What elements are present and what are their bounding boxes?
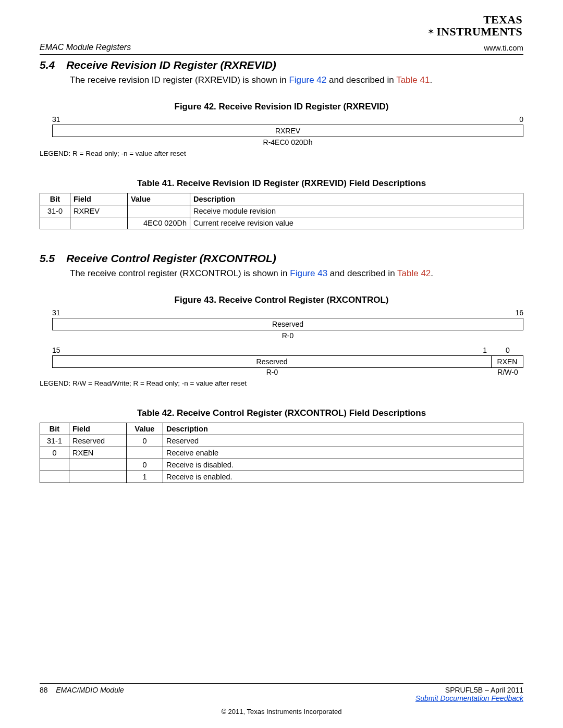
td-bit (40, 459, 69, 471)
td-desc: Receive enable (163, 447, 523, 459)
th-bit: Bit (40, 193, 70, 205)
ti-logo-icon: ✶ (427, 28, 434, 36)
td-field: RXEN (69, 447, 127, 459)
table-42-caption: Table 42. Receive Control Register (RXCO… (40, 408, 523, 418)
figure-43-bits-row2: 15 1 0 (52, 346, 523, 354)
section-5-4-number: 5.4 (40, 59, 55, 71)
td-field (69, 471, 127, 483)
figure-43-row1-field: Reserved (52, 318, 523, 330)
bit-label-15: 15 (52, 346, 60, 354)
td-field: RXREV (70, 205, 128, 217)
para-text: and described in (327, 268, 397, 278)
th-field: Field (70, 193, 128, 205)
footer-module: EMAC/MDIO Module (56, 686, 124, 694)
td-bit: 0 (40, 447, 69, 459)
running-left: EMAC Module Registers (40, 43, 131, 52)
figure-42-link[interactable]: Figure 42 (289, 75, 326, 85)
figure-43-link[interactable]: Figure 43 (290, 268, 327, 278)
figure-43-row1-reset: R-0 (52, 331, 523, 340)
header-rule (40, 54, 523, 55)
brand-line2: INSTRUMENTS (436, 25, 522, 38)
table-41-caption: Table 41. Receive Revision ID Register (… (40, 178, 523, 189)
td-value: 0 (127, 435, 163, 447)
brand-line1: TEXAS (483, 13, 522, 26)
table-41-link[interactable]: Table 41 (396, 75, 430, 85)
legend-text: LEGEND: R = Read only; -n = value after … (40, 150, 186, 157)
td-value (128, 205, 190, 217)
th-value: Value (128, 193, 190, 205)
para-text: and described in (326, 75, 396, 85)
footer-page-number: 88 (40, 686, 48, 694)
section-5-4-heading: 5.4Receive Revision ID Register (RXREVID… (40, 59, 523, 71)
td-desc: Receive is enabled. (163, 471, 523, 483)
section-5-4-title: Receive Revision ID Register (RXREVID) (66, 59, 276, 71)
th-desc: Description (190, 193, 523, 205)
td-value: 0 (127, 459, 163, 471)
td-value: 4EC0 020Dh (128, 217, 190, 229)
td-bit (40, 217, 70, 229)
brand-logo: ✶TEXASINSTRUMENTS (40, 10, 523, 40)
section-5-5-paragraph: The receive control register (RXCONTROL)… (70, 268, 523, 279)
bit-label-0: 0 (519, 115, 523, 124)
table-row: 0 Receive is disabled. (40, 459, 523, 471)
th-value: Value (127, 423, 163, 435)
figure-43-bits-row1: 31 16 (52, 309, 523, 317)
figure-43-caption: Figure 43. Receive Control Register (RXC… (40, 295, 523, 305)
td-field: Reserved (69, 435, 127, 447)
footer-document-id: SPRUFL5B – April 2011 (445, 686, 523, 694)
bit-label-16: 16 (515, 309, 523, 317)
figure-42-legend: LEGEND: R = Read only; -n = value after … (40, 150, 523, 157)
td-bit: 31-0 (40, 205, 70, 217)
section-5-5-title: Receive Control Register (RXCONTROL) (66, 252, 276, 264)
para-text: . (431, 268, 433, 278)
table-41: Bit Field Value Description 31-0 RXREV R… (40, 193, 523, 229)
td-desc: Receive is disabled. (163, 459, 523, 471)
bit-label-31: 31 (52, 115, 60, 124)
figure-43-row2-reset-r: R/W-0 (492, 368, 523, 376)
table-row: Bit Field Value Description (40, 193, 523, 205)
running-header: EMAC Module Registers www.ti.com (40, 43, 523, 52)
td-value (127, 447, 163, 459)
footer-copyright: © 2011, Texas Instruments Incorporated (40, 708, 523, 715)
figure-42-field-box: RXREV (52, 125, 523, 137)
section-5-5-number: 5.5 (40, 252, 55, 264)
running-right: www.ti.com (484, 43, 523, 52)
table-row: 1 Receive is enabled. (40, 471, 523, 483)
figure-43-row2-resets: R-0 R/W-0 (52, 368, 523, 376)
legend-text: LEGEND: R/W = Read/Write; R = Read only;… (40, 379, 247, 387)
th-field: Field (69, 423, 127, 435)
table-row: 4EC0 020Dh Current receive revision valu… (40, 217, 523, 229)
para-text: . (430, 75, 432, 85)
td-desc: Current receive revision value (190, 217, 523, 229)
figure-43-row2-fields: Reserved RXEN (52, 355, 523, 368)
figure-43-legend: LEGEND: R/W = Read/Write; R = Read only;… (40, 379, 523, 387)
para-text: The receive control register (RXCONTROL)… (70, 268, 290, 278)
page-footer: 88 EMAC/MDIO Module SPRUFL5B – April 201… (40, 683, 523, 715)
td-desc: Receive module revision (190, 205, 523, 217)
figure-43-row2-reserved: Reserved (52, 355, 492, 368)
table-42: Bit Field Value Description 31-1 Reserve… (40, 423, 523, 483)
bit-label-31: 31 (52, 309, 60, 317)
td-bit: 31-1 (40, 435, 69, 447)
bit-label-0: 0 (492, 346, 523, 354)
submit-feedback-link[interactable]: Submit Documentation Feedback (415, 694, 523, 702)
figure-42-bit-labels: 31 0 (52, 115, 523, 124)
section-5-5-heading: 5.5Receive Control Register (RXCONTROL) (40, 252, 523, 265)
table-row: 31-1 Reserved 0 Reserved (40, 435, 523, 447)
para-text: The receive revision ID register (RXREVI… (70, 75, 289, 85)
td-field (69, 459, 127, 471)
td-value: 1 (127, 471, 163, 483)
table-42-link[interactable]: Table 42 (397, 268, 431, 278)
footer-rule (40, 683, 523, 684)
figure-43-row2-rxen: RXEN (492, 355, 523, 368)
table-row: 0 RXEN Receive enable (40, 447, 523, 459)
th-bit: Bit (40, 423, 69, 435)
table-row: Bit Field Value Description (40, 423, 523, 435)
td-desc: Reserved (163, 435, 523, 447)
bit-label-1: 1 (483, 346, 487, 354)
section-5-4-paragraph: The receive revision ID register (RXREVI… (70, 75, 523, 86)
th-desc: Description (163, 423, 523, 435)
figure-42-reset: R-4EC0 020Dh (52, 138, 523, 146)
td-bit (40, 471, 69, 483)
figure-43-row2-reset-l: R-0 (52, 368, 492, 376)
